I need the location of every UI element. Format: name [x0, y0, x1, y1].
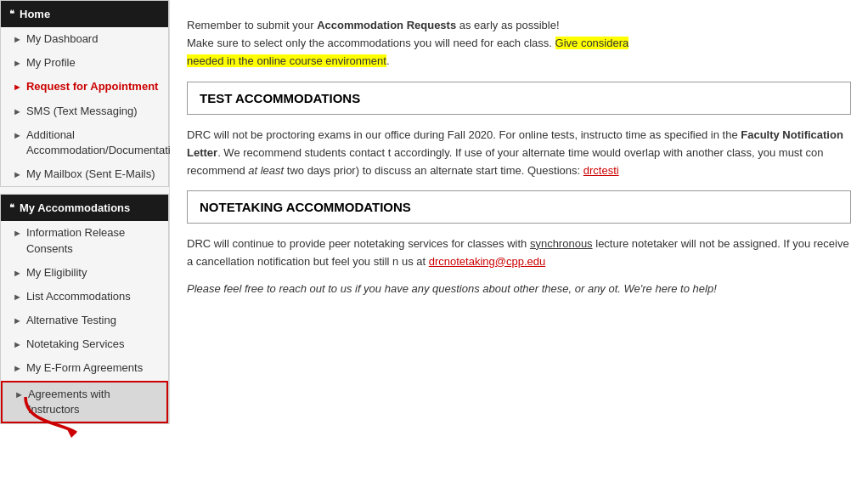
sidebar-item-my-eligibility[interactable]: ► My Eligibility — [1, 261, 168, 285]
sidebar-item-eform-agreements[interactable]: ► My E-Form Agreements — [1, 356, 168, 380]
arrow-icon: ► — [13, 129, 22, 142]
sidebar-item-label: Information Release Consents — [26, 225, 160, 256]
notice-bold: Accommodation Requests — [317, 19, 456, 31]
section2-link2[interactable]: drcnotetaking@cpp.edu — [429, 255, 546, 268]
sidebar-item-list-accommodations[interactable]: ► List Accommodations — [1, 285, 168, 309]
sidebar-item-label: My Eligibility — [26, 265, 87, 280]
arrow-icon: ► — [13, 227, 22, 240]
notice-line1-suffix: as early as possible! — [456, 19, 559, 31]
test-accommodations-content: DRC will not be proctoring exams in our … — [187, 127, 851, 179]
section1-para3: two days prior) to discuss an alternate … — [284, 164, 583, 177]
arrow-icon: ► — [13, 57, 22, 70]
notice-line2-prefix: Make sure to select only the accommodati… — [187, 37, 555, 49]
sidebar-item-agreements-instructors[interactable]: ► Agreements with Instructors — [1, 381, 168, 423]
sidebar-item-dashboard[interactable]: ► My Dashboard — [1, 27, 168, 51]
chevron-icon: ❝ — [9, 202, 14, 213]
chevron-icon: ❝ — [9, 8, 14, 20]
sidebar-item-label: Request for Appointment — [26, 79, 159, 94]
main-content: Remember to submit your Accommodation Re… — [170, 0, 868, 493]
sidebar-item-profile[interactable]: ► My Profile — [1, 51, 168, 75]
arrow-icon: ► — [13, 267, 22, 280]
sidebar-item-sms[interactable]: ► SMS (Text Messaging) — [1, 99, 168, 123]
sidebar-item-request-appointment[interactable]: ► Request for Appointment — [1, 75, 168, 99]
italic-footer: Please feel free to reach out to us if y… — [187, 280, 851, 298]
section1-link[interactable]: drctesti — [583, 164, 619, 177]
sidebar-item-label: My Profile — [26, 55, 76, 71]
notice-highlighted-line2: needed in the online course environment — [187, 54, 386, 67]
accommodations-section-label: My Accommodations — [20, 201, 130, 214]
sidebar-item-label: Agreements with Instructors — [28, 387, 158, 417]
arrow-icon: ► — [13, 291, 22, 303]
arrow-icon: ► — [13, 314, 22, 327]
sidebar-item-label: Additional Accommodation/Documentation — [26, 128, 183, 158]
section1-para: DRC will not be proctoring exams in our … — [187, 128, 741, 141]
arrow-icon: ► — [13, 33, 22, 46]
arrow-icon: ► — [13, 105, 22, 118]
svg-marker-0 — [66, 428, 76, 438]
notice-line1-prefix: Remember to submit your — [187, 19, 317, 31]
sidebar-item-alternative-testing[interactable]: ► Alternative Testing — [1, 309, 168, 332]
home-section-header: ❝ Home — [1, 1, 168, 27]
section1-italic: at least — [248, 164, 284, 177]
test-accommodations-title: TEST ACCOMMODATIONS — [200, 91, 838, 105]
test-accommodations-section: TEST ACCOMMODATIONS — [187, 82, 851, 115]
arrow-icon: ► — [13, 362, 22, 375]
arrow-icon: ► — [13, 338, 22, 351]
arrow-icon: ► — [13, 81, 22, 94]
sidebar-item-label: List Accommodations — [26, 289, 131, 304]
notetaking-accommodations-title: NOTETAKING ACCOMMODATIONS — [200, 200, 838, 214]
notice-text: Remember to submit your Accommodation Re… — [187, 17, 851, 70]
arrow-icon: ► — [13, 168, 22, 181]
sidebar-item-notetaking-services[interactable]: ► Notetaking Services — [1, 332, 168, 356]
sidebar-item-information-release[interactable]: ► Information Release Consents — [1, 221, 168, 260]
notetaking-accommodations-content: DRC will continue to provide peer noteta… — [187, 235, 851, 271]
sidebar-item-label: SMS (Text Messaging) — [26, 104, 138, 119]
notetaking-accommodations-section: NOTETAKING ACCOMMODATIONS — [187, 190, 851, 224]
sidebar-item-label: My E-Form Agreements — [26, 360, 143, 376]
sidebar-item-label: Notetaking Services — [26, 337, 125, 352]
section2-para: DRC will continue to provide peer noteta… — [187, 237, 530, 250]
sidebar-item-mailbox[interactable]: ► My Mailbox (Sent E-Mails) — [1, 162, 168, 186]
arrow-icon: ► — [14, 388, 24, 401]
sidebar-item-label: My Dashboard — [26, 31, 99, 47]
sidebar-item-label: Alternative Testing — [26, 313, 116, 328]
section2-link1[interactable]: synchronous — [530, 237, 593, 250]
sidebar-item-label: My Mailbox (Sent E-Mails) — [26, 167, 155, 182]
notice-highlighted-end: . — [386, 54, 390, 67]
sidebar-item-additional-accommodation[interactable]: ► Additional Accommodation/Documentation — [1, 123, 168, 162]
home-section-label: Home — [20, 8, 50, 20]
accommodations-section-header: ❝ My Accommodations — [1, 195, 168, 221]
